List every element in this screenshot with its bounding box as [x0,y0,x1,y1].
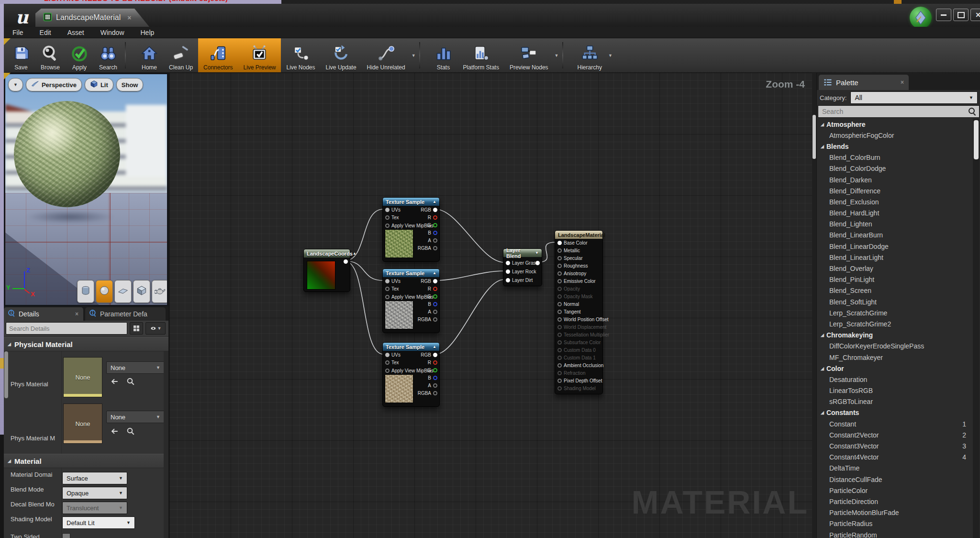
collapse-icon[interactable]: ▲ [433,271,436,275]
pin-a[interactable] [433,310,437,314]
palette-item-lerp_scratchgrime2[interactable]: Lerp_ScratchGrime2 [817,318,973,329]
pin-g[interactable] [433,368,437,372]
palette-scrollbar-thumb[interactable] [974,120,979,159]
material-domai-select[interactable]: Surface▼ [62,472,127,484]
palette-category-atmosphere[interactable]: ◢Atmosphere [817,119,973,130]
palette-item-blend_darken[interactable]: Blend_Darken [817,174,973,185]
pin-r[interactable] [433,360,437,365]
blend-mode-select[interactable]: Opaque▼ [62,487,127,499]
palette-item-distancecullfade[interactable]: DistanceCullFade [817,474,973,485]
preview-shape-cube-button[interactable] [133,280,150,303]
asset-thumbnail[interactable]: None [63,357,102,397]
palette-item-particlerandom[interactable]: ParticleRandom [817,529,973,538]
pin-normal[interactable] [557,302,562,306]
palette-tab[interactable]: Palette × [819,75,909,90]
close-button[interactable]: ✕ [970,9,980,21]
tab-close-icon[interactable]: × [75,311,78,317]
connectors-button[interactable]: Connectors [198,38,238,72]
node-landscapecoords[interactable]: LandscapeCoords▲ [303,249,350,292]
palette-item-blend_lineardodge[interactable]: Blend_LinearDodge [817,241,973,252]
tab-parameter-defa[interactable]: Parameter Defa [85,307,166,321]
palette-item-blend_colorburn[interactable]: Blend_ColorBurn [817,152,973,163]
pin-rgb[interactable] [433,208,437,212]
palette-item-particleradius[interactable]: ParticleRadius [817,518,973,529]
menu-edit[interactable]: Edit [40,29,51,36]
pin-custom-data-0[interactable] [557,348,562,352]
section-header-physical-material[interactable]: ◢Physical Material [4,337,168,351]
preview-shape-plane-button[interactable] [114,280,132,303]
menu-window[interactable]: Window [100,29,124,36]
pin-rgba[interactable] [433,246,437,250]
menu-file[interactable]: File [12,29,23,36]
pin-roughness[interactable] [557,264,562,268]
details-scrollbar-thumb[interactable] [4,351,8,398]
menu-asset[interactable]: Asset [67,29,84,36]
collapse-icon[interactable]: ▼ [535,251,539,255]
graph-scrollbar[interactable] [812,73,816,538]
node-header[interactable]: LandscapeMaterial [555,231,602,239]
pin-refraction[interactable] [557,371,562,375]
browse-button[interactable]: Browse [35,38,65,72]
pin-b[interactable] [433,302,437,306]
tab-details[interactable]: Details× [4,307,83,321]
pin-rgba[interactable] [433,391,437,395]
pin-shading-model[interactable] [557,386,562,391]
palette-item-blend_difference[interactable]: Blend_Difference [817,185,973,196]
pin-apply-view-mipbias[interactable] [385,224,390,228]
palette-item-deltatime[interactable]: DeltaTime [817,463,973,474]
palette-item-blend_exclusion[interactable]: Blend_Exclusion [817,196,973,207]
pin-apply-view-mipbias[interactable] [385,369,390,373]
pin-output[interactable] [344,259,348,264]
pin-layer-grass[interactable] [506,261,510,265]
pin-tex[interactable] [385,215,390,220]
palette-item-blend_linearlight[interactable]: Blend_LinearLight [817,252,973,263]
live-update-button[interactable]: Live Update [321,38,362,72]
node-header[interactable]: Texture Sample▲ [383,269,439,277]
shading-model-select[interactable]: Default Lit▼ [62,516,135,529]
pin-g[interactable] [433,294,437,299]
palette-category-constants[interactable]: ◢Constants [817,407,973,418]
palette-item-blend_screen[interactable]: Blend_Screen [817,285,973,296]
clean-up-button[interactable]: Clean Up [164,38,198,72]
node-texture-sample-grass[interactable]: Texture Sample▲UVsTexApply View MipBiasR… [382,197,440,262]
asset-select[interactable]: None▼ [106,361,165,374]
chevron-down-icon[interactable]: ▼ [555,53,559,58]
palette-item-blend_hardlight[interactable]: Blend_HardLight [817,208,973,219]
platform-stats-button[interactable]: Platform Stats [458,38,504,72]
preview-shape-sphere-button[interactable] [96,280,113,303]
palette-item-srgbtolinear[interactable]: sRGBToLinear [817,396,973,407]
pin-rgba[interactable] [433,317,437,322]
palette-item-lineartosrgb[interactable]: LinearTosRGB [817,385,973,396]
node-landscapematerial-result[interactable]: LandscapeMaterialBase ColorMetallicSpecu… [555,230,603,394]
tab-close-icon[interactable]: × [127,14,131,22]
node-texture-sample-dirt[interactable]: Texture Sample▲UVsTexApply View MipBiasR… [382,342,440,407]
chevron-down-icon[interactable]: ▼ [608,53,612,58]
display-filter-icon[interactable] [130,322,143,335]
maximize-button[interactable] [953,9,969,21]
collapse-icon[interactable]: ▲ [433,345,436,349]
pin-anisotropy[interactable] [557,271,562,276]
pin-b[interactable] [433,231,437,235]
pin-base-color[interactable] [557,241,562,245]
pin-opacity[interactable] [557,287,562,291]
pin-r[interactable] [433,215,437,220]
pin-tangent[interactable] [557,310,562,314]
palette-item-particlecolor[interactable]: ParticleColor [817,485,973,496]
pin-r[interactable] [433,287,437,291]
pin-rgb[interactable] [433,279,437,283]
palette-category-color[interactable]: ◢Color [817,363,973,374]
palette-item-blend_colordodge[interactable]: Blend_ColorDodge [817,163,973,174]
pin-ambient-occlusion[interactable] [557,363,562,368]
pin-a[interactable] [433,238,437,243]
palette-item-blend_softlight[interactable]: Blend_SoftLight [817,296,973,307]
pin-tessellation-multiplier[interactable] [557,333,562,337]
node-header[interactable]: Texture Sample▲ [383,343,439,351]
node-graph-canvas[interactable]: Zoom -4 MATERIAL LandscapeCoords▲Texture… [168,73,816,538]
asset-select[interactable]: None▼ [106,411,165,423]
pin-specular[interactable] [557,256,562,260]
pin-world-position-offset[interactable] [557,317,562,322]
pin-uvs[interactable] [385,353,390,357]
pin-layer-dirt[interactable] [506,278,510,282]
palette-item-blend_lighten[interactable]: Blend_Lighten [817,219,973,230]
viewport-canvas[interactable]: Z Y X ▼PerspectiveLitShow [5,74,167,305]
